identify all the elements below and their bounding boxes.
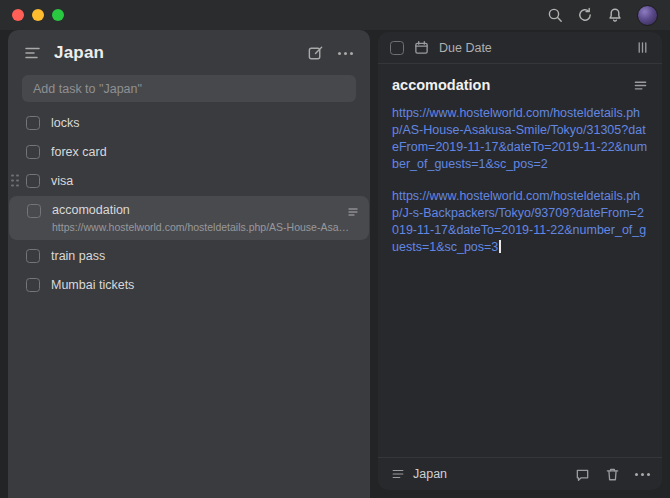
task-checkbox[interactable] (26, 174, 40, 188)
task-detail-panel: Due Date accomodation https://www.hostel… (378, 32, 662, 490)
task-note-preview: https://www.hostelworld.com/hosteldetail… (52, 221, 355, 233)
task-checkbox[interactable] (27, 204, 41, 218)
detail-footer: Japan (378, 457, 662, 490)
note-link[interactable]: https://www.hostelworld.com/hosteldetail… (392, 106, 647, 171)
task-label: visa (51, 174, 73, 188)
task-row-accomodation-selected[interactable]: accomodation https://www.hostelworld.com… (9, 196, 369, 240)
task-list: locks forex card visa accomodation https… (8, 108, 370, 299)
detail-title-row: accomodation (378, 64, 662, 97)
note-paragraph: https://www.hostelworld.com/hosteldetail… (392, 188, 648, 256)
detail-header: Due Date (378, 32, 662, 64)
task-label: train pass (51, 249, 105, 263)
compose-task-icon[interactable] (306, 44, 324, 62)
task-checkbox[interactable] (26, 249, 40, 263)
titlebar (0, 0, 670, 30)
detail-columns-icon[interactable] (635, 40, 650, 55)
close-window-button[interactable] (12, 9, 24, 21)
task-checkbox[interactable] (26, 145, 40, 159)
list-more-options-icon[interactable] (336, 44, 354, 62)
zoom-window-button[interactable] (52, 9, 64, 21)
task-row-locks[interactable]: locks (8, 108, 370, 137)
task-checkbox[interactable] (26, 278, 40, 292)
task-label: Mumbai tickets (51, 278, 134, 292)
task-list-panel: Japan locks forex card visa (8, 30, 370, 498)
list-title: Japan (54, 43, 294, 63)
note-link[interactable]: https://www.hostelworld.com/hosteldetail… (392, 189, 646, 254)
window-controls (12, 9, 64, 21)
notifications-bell-icon[interactable] (607, 7, 623, 23)
note-indicator-icon (347, 204, 359, 216)
app-window: Japan locks forex card visa (0, 0, 670, 498)
task-row-train-pass[interactable]: train pass (8, 241, 370, 270)
task-note-editor[interactable]: https://www.hostelworld.com/hosteldetail… (378, 97, 662, 457)
task-label: locks (51, 116, 79, 130)
account-avatar[interactable] (637, 5, 658, 26)
task-row-visa[interactable]: visa (8, 166, 370, 195)
task-label: forex card (51, 145, 107, 159)
list-icon[interactable] (390, 467, 405, 482)
footer-actions (575, 467, 650, 482)
due-date-label[interactable]: Due Date (439, 41, 625, 55)
detail-more-options-icon[interactable] (635, 467, 650, 482)
note-format-icon[interactable] (633, 78, 648, 93)
task-checkbox[interactable] (26, 116, 40, 130)
text-cursor (499, 240, 501, 253)
trash-icon[interactable] (605, 467, 620, 482)
sidebar-toggle-icon[interactable] (24, 44, 42, 62)
task-row-forex-card[interactable]: forex card (8, 137, 370, 166)
task-body: accomodation https://www.hostelworld.com… (52, 203, 355, 233)
calendar-icon[interactable] (414, 40, 429, 55)
task-row-mumbai-tickets[interactable]: Mumbai tickets (8, 270, 370, 299)
task-label: accomodation (52, 203, 355, 217)
titlebar-actions (547, 5, 658, 26)
drag-handle-icon[interactable] (11, 174, 19, 187)
search-icon[interactable] (547, 7, 563, 23)
add-task-input[interactable] (22, 75, 356, 102)
detail-task-title[interactable]: accomodation (392, 77, 623, 93)
detail-task-checkbox[interactable] (390, 41, 404, 55)
add-task-container (22, 75, 356, 102)
minimize-window-button[interactable] (32, 9, 44, 21)
list-header: Japan (8, 30, 370, 73)
note-paragraph: https://www.hostelworld.com/hosteldetail… (392, 105, 648, 173)
comment-icon[interactable] (575, 467, 590, 482)
footer-list-name[interactable]: Japan (413, 467, 567, 481)
sync-icon[interactable] (577, 7, 593, 23)
